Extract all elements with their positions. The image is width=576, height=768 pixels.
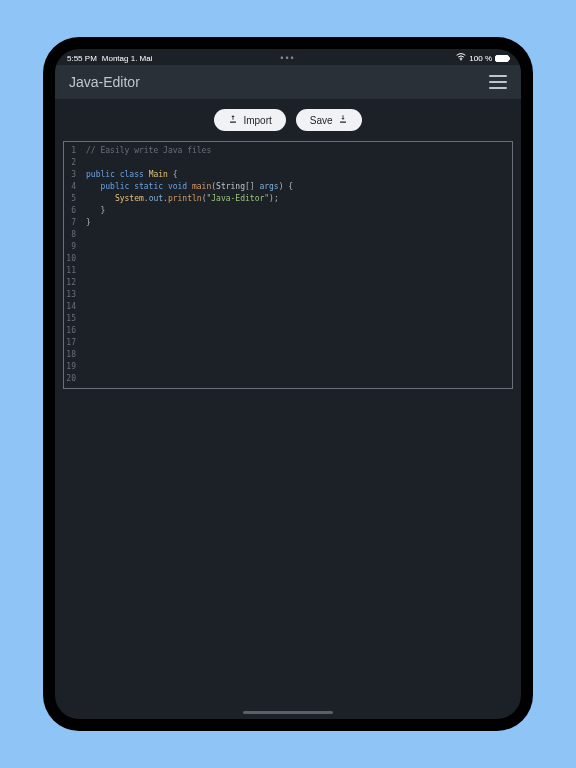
line-number: 4 <box>66 181 76 193</box>
line-number: 10 <box>66 253 76 265</box>
line-gutter: 1234567891011121314151617181920 <box>64 142 80 388</box>
line-number: 13 <box>66 289 76 301</box>
code-line[interactable] <box>86 373 506 385</box>
status-date: Montag 1. Mai <box>102 54 153 63</box>
code-line[interactable] <box>86 157 506 169</box>
svg-point-0 <box>461 59 462 60</box>
status-time: 5:55 PM <box>67 54 97 63</box>
download-icon <box>338 114 348 126</box>
code-line[interactable] <box>86 265 506 277</box>
menu-icon[interactable] <box>489 75 507 89</box>
code-line[interactable] <box>86 241 506 253</box>
line-number: 5 <box>66 193 76 205</box>
code-line[interactable]: public class Main { <box>86 169 506 181</box>
line-number: 20 <box>66 373 76 385</box>
code-line[interactable] <box>86 337 506 349</box>
screen: 5:55 PM Montag 1. Mai ••• 100 % Java-Edi… <box>55 49 521 719</box>
battery-percentage: 100 % <box>469 54 492 63</box>
import-label: Import <box>243 115 271 126</box>
line-number: 18 <box>66 349 76 361</box>
code-line[interactable] <box>86 361 506 373</box>
line-number: 12 <box>66 277 76 289</box>
line-number: 17 <box>66 337 76 349</box>
code-line[interactable] <box>86 349 506 361</box>
code-line[interactable] <box>86 253 506 265</box>
code-line[interactable] <box>86 277 506 289</box>
save-button[interactable]: Save <box>296 109 362 131</box>
line-number: 15 <box>66 313 76 325</box>
line-number: 6 <box>66 205 76 217</box>
status-center-dots: ••• <box>280 53 295 63</box>
tablet-frame: 5:55 PM Montag 1. Mai ••• 100 % Java-Edi… <box>43 37 533 731</box>
code-area[interactable]: // Easily write Java files public class … <box>80 142 512 388</box>
code-line[interactable] <box>86 325 506 337</box>
app-title: Java-Editor <box>69 74 140 90</box>
line-number: 3 <box>66 169 76 181</box>
battery-icon <box>495 55 509 62</box>
upload-icon <box>228 114 238 126</box>
line-number: 8 <box>66 229 76 241</box>
line-number: 14 <box>66 301 76 313</box>
line-number: 1 <box>66 145 76 157</box>
line-number: 19 <box>66 361 76 373</box>
status-bar: 5:55 PM Montag 1. Mai ••• 100 % <box>55 49 521 65</box>
code-line[interactable] <box>86 289 506 301</box>
code-line[interactable] <box>86 229 506 241</box>
line-number: 7 <box>66 217 76 229</box>
code-line[interactable] <box>86 301 506 313</box>
code-line[interactable]: } <box>86 205 506 217</box>
line-number: 11 <box>66 265 76 277</box>
import-button[interactable]: Import <box>214 109 285 131</box>
home-indicator[interactable] <box>243 711 333 714</box>
code-editor[interactable]: 1234567891011121314151617181920 // Easil… <box>63 141 513 389</box>
code-line[interactable]: System.out.println("Java-Editor"); <box>86 193 506 205</box>
code-line[interactable]: // Easily write Java files <box>86 145 506 157</box>
line-number: 16 <box>66 325 76 337</box>
toolbar: Import Save <box>55 99 521 141</box>
code-line[interactable]: public static void main(String[] args) { <box>86 181 506 193</box>
app-header: Java-Editor <box>55 65 521 99</box>
code-line[interactable]: } <box>86 217 506 229</box>
wifi-icon <box>456 53 466 63</box>
line-number: 2 <box>66 157 76 169</box>
line-number: 9 <box>66 241 76 253</box>
code-line[interactable] <box>86 313 506 325</box>
save-label: Save <box>310 115 333 126</box>
